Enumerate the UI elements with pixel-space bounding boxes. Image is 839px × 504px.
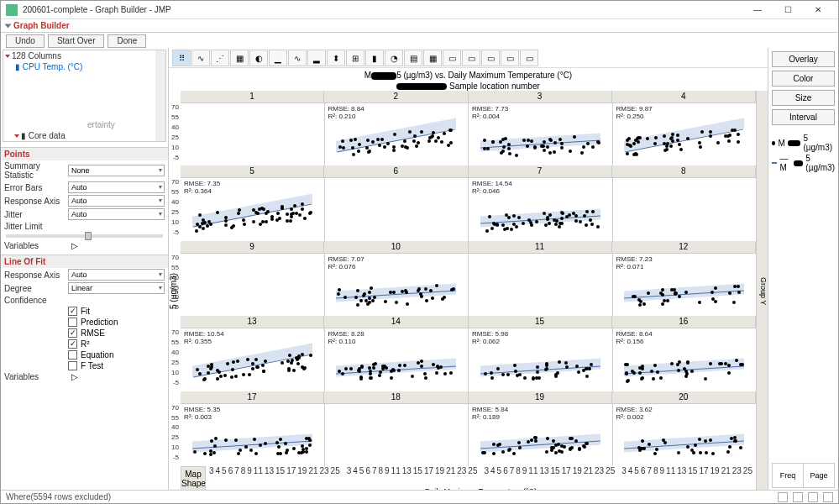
chart-panel[interactable]: RMSE: 3.62R²: 0.002 — [613, 404, 757, 466]
left-panel: 128 Columns ▮ CPU Temp. (°C) ertainty ▮ … — [1, 48, 169, 491]
jitter-slider[interactable] — [6, 234, 163, 238]
panel-header: 17 — [181, 391, 324, 403]
chart-panel[interactable]: RMSE: 5.98R²: 0.062 — [469, 328, 613, 391]
action-buttons: Undo Start Over Done — [1, 33, 838, 48]
chart-panel[interactable] — [613, 178, 757, 240]
lof-header[interactable]: Line Of Fit — [1, 255, 168, 268]
chart-panel[interactable]: RMSE: 9.87R²: 0.250 — [613, 103, 757, 165]
element-icon[interactable]: ▭ — [462, 50, 480, 66]
checkbox[interactable] — [68, 318, 77, 327]
panel-header: 15 — [469, 316, 612, 328]
app-icon — [6, 4, 18, 16]
jitter-limit-label: Jitter Limit — [4, 222, 68, 231]
chart-panel[interactable]: 7055402510-5RMSE: 7.35R²: 0.364 — [181, 178, 325, 240]
panel-header: 5 — [181, 165, 324, 177]
undo-button[interactable]: Undo — [6, 34, 45, 48]
chart-panel[interactable]: RMSE: 5.84R²: 0.189 — [469, 404, 613, 466]
variables-box[interactable]: 128 Columns ▮ CPU Temp. (°C) ertainty ▮ … — [3, 50, 166, 142]
element-icon[interactable]: ▮ — [365, 50, 384, 66]
chart-panel[interactable]: RMSE: 7.07R²: 0.076 — [325, 254, 469, 316]
element-icon[interactable]: ∿ — [288, 50, 307, 66]
select[interactable]: Auto — [68, 208, 165, 220]
status-icon[interactable] — [823, 492, 833, 502]
element-icon[interactable]: ◔ — [385, 50, 403, 66]
checkbox[interactable] — [68, 328, 77, 338]
element-icon[interactable]: ⬍ — [327, 50, 345, 66]
status-bar: Where(5594 rows excluded) — [1, 490, 838, 503]
core-data-label[interactable]: ▮ Core data — [15, 131, 66, 140]
panel-header: 9 — [181, 241, 324, 253]
status-icon[interactable] — [793, 492, 803, 502]
panel-header: 2 — [324, 91, 468, 102]
points-header[interactable]: Points — [1, 148, 168, 160]
select[interactable]: None — [68, 165, 165, 176]
checkbox[interactable] — [68, 339, 77, 349]
panel-header: 7 — [469, 165, 612, 177]
chart-panel[interactable]: RMSE: 8.84R²: 0.210 — [325, 103, 469, 165]
element-icon[interactable]: ⋰ — [211, 50, 229, 66]
minimize-button[interactable]: — — [742, 2, 773, 18]
checkbox[interactable] — [68, 350, 77, 360]
chart-panel[interactable]: RMSE: 7.73R²: 0.004 — [469, 103, 613, 165]
panel-header: 10 — [324, 241, 468, 253]
panel-header: 19 — [469, 391, 612, 403]
element-icon[interactable]: ▤ — [404, 50, 422, 66]
element-icon[interactable]: ▭ — [443, 50, 461, 66]
column-item[interactable]: ▮ CPU Temp. (°C) — [3, 61, 165, 72]
panel-header: 13 — [181, 316, 324, 328]
checkbox[interactable] — [68, 307, 77, 316]
maximize-button[interactable]: ☐ — [773, 2, 803, 18]
chart-panel[interactable] — [325, 178, 469, 240]
points-variables[interactable]: Variables — [4, 241, 68, 250]
chart-panel[interactable] — [469, 254, 613, 316]
legend: M5 (µg/m3) — M5 (µg/m3) — [772, 134, 835, 174]
element-icon[interactable]: ⠿ — [172, 50, 191, 66]
chart-panel[interactable] — [325, 404, 469, 466]
columns-header: 128 Columns — [3, 50, 165, 61]
chart-panel[interactable]: 7055402510-5RMSE: 5.35R²: 0.003 — [181, 404, 325, 466]
close-button[interactable]: ✕ — [803, 2, 833, 18]
element-icon[interactable]: ◐ — [249, 50, 268, 66]
chart-title: M5 (µg/m3) vs. Daily Maximum Temperature… — [169, 68, 768, 81]
element-icon[interactable]: ▭ — [481, 50, 500, 66]
element-icon[interactable]: ∿ — [191, 50, 210, 66]
outline-header[interactable]: Graph Builder — [1, 19, 838, 33]
freq-page-drop[interactable]: FreqPage — [772, 463, 835, 488]
panel-header: 1 — [181, 91, 324, 102]
panel-header: 8 — [612, 165, 756, 177]
chart-panel[interactable]: RMSE: 7.23R²: 0.071 — [613, 254, 757, 316]
element-icon[interactable]: ▁ — [269, 50, 287, 66]
lof-variables[interactable]: Variables — [4, 372, 68, 381]
panel-header: 12 — [612, 241, 756, 253]
status-icon[interactable] — [808, 492, 818, 502]
element-icon[interactable]: ⊞ — [346, 50, 364, 66]
drop-button[interactable]: Color — [772, 71, 835, 87]
select[interactable]: Linear — [68, 282, 165, 294]
status-icon[interactable] — [778, 492, 788, 502]
map-shape-drop[interactable]: MapShape — [181, 466, 206, 491]
start-over-button[interactable]: Start Over — [48, 34, 105, 48]
chart-panel[interactable]: 7055402510-5RMSE: 10.54R²: 0.355 — [181, 328, 325, 391]
checkbox[interactable] — [68, 361, 77, 370]
drop-button[interactable]: Overlay — [772, 51, 835, 67]
element-icon[interactable]: ▦ — [230, 50, 249, 66]
column-partial: ertainty — [87, 120, 115, 129]
done-button[interactable]: Done — [107, 34, 146, 48]
element-icon[interactable]: ▭ — [501, 50, 519, 66]
drop-button[interactable]: Size — [772, 90, 835, 106]
element-icon[interactable]: ▦ — [423, 50, 442, 66]
select[interactable]: Auto — [68, 195, 165, 207]
element-icon[interactable]: ▭ — [520, 50, 538, 66]
group-y-drop[interactable]: Group Y — [756, 91, 768, 491]
chart-panel[interactable]: 7055402510-5 — [181, 254, 325, 316]
element-icon[interactable]: ▂ — [307, 50, 326, 66]
drop-button[interactable]: Interval — [772, 109, 835, 125]
chart-panel[interactable]: 7055402510-5 — [181, 103, 325, 165]
select[interactable]: Auto — [68, 269, 165, 281]
chart-panel[interactable]: RMSE: 8.64R²: 0.156 — [613, 328, 757, 391]
select[interactable]: Auto — [68, 181, 165, 193]
scrollbar[interactable] — [155, 50, 165, 141]
chart-panel[interactable]: RMSE: 8.28R²: 0.110 — [325, 328, 469, 391]
chart-subtitle: Sample location number — [169, 81, 768, 91]
chart-panel[interactable]: RMSE: 14.54R²: 0.046 — [469, 178, 613, 240]
